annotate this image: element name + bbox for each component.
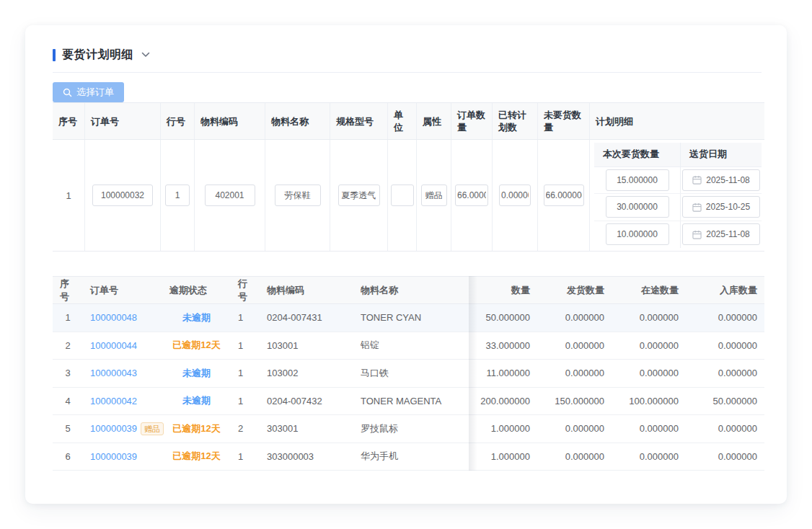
sub-col-header-delivery-date: 送货日期 (681, 143, 762, 166)
sub-col-header-request-qty: 本次要货数量 (594, 143, 681, 166)
table-row: 1 100000048 未逾期 1 0204-007431 TONER CYAN… (53, 304, 764, 332)
qty-cell: 1.000000 (469, 443, 537, 471)
material-name-cell: 罗技鼠标 (353, 415, 469, 443)
order-no-link[interactable]: 100000039 (90, 423, 137, 434)
material-name-cell: TONER CYAN (353, 304, 469, 332)
unrequested-qty-input[interactable] (544, 185, 584, 206)
col-header-line-no: 行号 (161, 103, 195, 139)
status-badge: 未逾期 (182, 311, 211, 324)
received-qty-cell: 0.000000 (686, 360, 764, 387)
in-transit-qty-cell: 0.000000 (612, 443, 686, 471)
order-table-header: 序号 订单号 逾期状态 行号 物料编码 物料名称 数量 发货数量 在途数量 入库… (53, 277, 764, 304)
order-no-link[interactable]: 100000042 (90, 396, 137, 406)
order-no-input[interactable] (92, 185, 153, 206)
subtable-row: 2025-11-08 (594, 221, 762, 248)
select-order-button[interactable]: 选择订单 (53, 82, 124, 102)
plan-detail-cell: 本次要货数量 送货日期 2025-11-08 (590, 140, 764, 251)
order-table: 序号 订单号 逾期状态 行号 物料编码 物料名称 数量 发货数量 在途数量 入库… (53, 276, 764, 471)
table-row: 4 100000042 未逾期 1 0204-007432 TONER MAGE… (53, 388, 764, 416)
line-no-input[interactable] (165, 185, 190, 206)
calendar-icon (692, 230, 702, 239)
line-no-cell: 2 (231, 415, 260, 443)
shipped-qty-cell: 0.000000 (537, 304, 612, 332)
plan-table-header: 序号 订单号 行号 物料编码 物料名称 规格型号 单位 属性 订单数量 已转计划… (53, 103, 764, 140)
received-qty-cell: 50.000000 (686, 388, 764, 415)
col-header-converted-qty: 已转计划数 (493, 103, 538, 139)
table-row: 5 100000039 赠品 已逾期12天 2 303001 罗技鼠标 1.00… (53, 415, 764, 443)
subtable-row: 2025-11-08 (594, 167, 762, 194)
plan-table: 序号 订单号 行号 物料编码 物料名称 规格型号 单位 属性 订单数量 已转计划… (53, 102, 764, 252)
converted-qty-input[interactable] (499, 185, 531, 206)
qty-cell: 50.000000 (469, 304, 537, 332)
main-panel: 要货计划明细 选择订单 序号 订单号 行号 物料编码 物料名称 规格型号 单位 … (25, 25, 787, 504)
received-qty-cell: 0.000000 (686, 415, 764, 443)
col-header-attribute: 属性 (417, 103, 451, 139)
col-header-spec-model: 规格型号 (330, 103, 388, 139)
delivery-date-input[interactable]: 2025-11-08 (682, 169, 760, 191)
shipped-qty-cell: 0.000000 (537, 332, 612, 360)
plan-detail-subtable: 本次要货数量 送货日期 2025-11-08 (594, 143, 762, 248)
seq-cell: 4 (53, 388, 83, 415)
table-row: 6 100000039 已逾期12天 1 303000003 华为手机 1.00… (53, 443, 764, 471)
shipped-qty-cell: 0.000000 (537, 443, 612, 471)
delivery-date-input[interactable]: 2025-10-25 (682, 196, 760, 218)
unit-input[interactable] (391, 185, 414, 206)
col-header-material-name: 物料名称 (353, 277, 469, 303)
table-row: 2 100000044 已逾期12天 1 103001 铝锭 33.000000… (53, 332, 764, 360)
in-transit-qty-cell: 0.000000 (612, 415, 686, 443)
col-header-order-no: 订单号 (83, 277, 162, 303)
material-name-cell: 马口铁 (353, 360, 469, 387)
seq-cell: 1 (53, 304, 83, 332)
calendar-icon (692, 175, 702, 185)
material-code-input[interactable] (205, 185, 255, 206)
status-badge: 已逾期12天 (172, 339, 220, 352)
col-header-order-no: 订单号 (85, 103, 161, 139)
table-row: 3 100000043 未逾期 1 103002 马口铁 11.000000 0… (53, 360, 764, 388)
col-header-overdue-status: 逾期状态 (162, 277, 231, 303)
col-header-qty: 数量 (469, 277, 537, 303)
delivery-date-value: 2025-10-25 (706, 202, 750, 212)
seq-cell: 1 (53, 140, 85, 251)
delivery-date-input[interactable]: 2025-11-08 (682, 223, 760, 245)
request-qty-input[interactable] (606, 169, 669, 191)
seq-cell: 3 (53, 360, 83, 387)
chevron-down-icon[interactable] (141, 52, 150, 58)
material-code-cell: 0204-007432 (260, 388, 353, 415)
material-code-cell: 103001 (260, 332, 353, 360)
request-qty-input[interactable] (606, 196, 669, 218)
order-no-link[interactable]: 100000044 (90, 340, 137, 351)
header-divider (53, 72, 762, 73)
material-name-input[interactable] (275, 185, 321, 206)
delivery-date-value: 2025-11-08 (706, 229, 750, 239)
seq-cell: 6 (53, 443, 83, 471)
material-name-cell: TONER MAGENTA (353, 388, 469, 415)
order-no-link[interactable]: 100000043 (90, 368, 137, 378)
received-qty-cell: 0.000000 (686, 304, 764, 332)
order-table-wrapper: 序号 订单号 逾期状态 行号 物料编码 物料名称 数量 发货数量 在途数量 入库… (53, 276, 764, 471)
subtable-row: 2025-10-25 (594, 194, 762, 221)
section-header: 要货计划明细 (53, 47, 762, 63)
page-title: 要货计划明细 (62, 48, 133, 63)
in-transit-qty-cell: 0.000000 (612, 304, 686, 332)
shipped-qty-cell: 0.000000 (537, 360, 612, 387)
spec-model-input[interactable] (338, 185, 380, 206)
status-badge: 已逾期12天 (172, 422, 220, 435)
col-header-line-no: 行号 (231, 277, 260, 303)
col-header-seq: 序号 (53, 277, 83, 303)
attribute-input[interactable] (421, 185, 447, 206)
material-code-cell: 103002 (260, 360, 353, 387)
col-header-in-transit-qty: 在途数量 (612, 277, 686, 303)
col-header-material-name: 物料名称 (265, 103, 330, 139)
order-no-link[interactable]: 100000048 (90, 312, 137, 323)
request-qty-input[interactable] (606, 223, 669, 245)
gift-tag-badge: 赠品 (141, 422, 164, 435)
col-header-material-code: 物料编码 (260, 277, 353, 303)
col-header-plan-detail: 计划明细 (590, 103, 764, 139)
qty-cell: 33.000000 (469, 332, 537, 360)
col-header-received-qty: 入库数量 (686, 277, 764, 303)
col-header-material-code: 物料编码 (195, 103, 265, 139)
order-no-link[interactable]: 100000039 (90, 451, 137, 462)
plan-table-row: 1 本次要货数量 送货日期 (53, 140, 764, 252)
order-qty-input[interactable] (455, 185, 488, 206)
received-qty-cell: 0.000000 (686, 443, 764, 471)
